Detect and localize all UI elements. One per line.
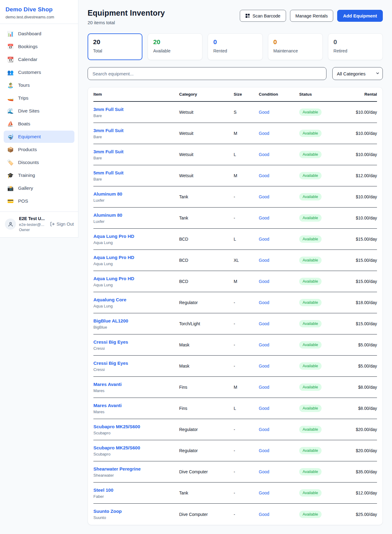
condition-link[interactable]: Good <box>259 342 269 347</box>
item-link[interactable]: 3mm Full Suit <box>93 149 123 154</box>
sidebar-item-calendar[interactable]: 📆Calendar <box>4 53 74 66</box>
sidebar-item-label: POS <box>18 198 28 204</box>
item-link[interactable]: 5mm Full Suit <box>93 170 123 175</box>
table-row: Aluminum 80Luxfer Tank - Good Available … <box>93 208 377 229</box>
avatar <box>5 219 16 230</box>
item-link[interactable]: BigBlue AL1200 <box>93 318 128 323</box>
condition-link[interactable]: Good <box>259 258 269 263</box>
condition-link[interactable]: Good <box>259 364 269 368</box>
item-link[interactable]: Steel 100 <box>93 487 113 493</box>
item-link[interactable]: Scubapro MK25/S600 <box>93 445 140 450</box>
diving-mask-icon: 🤿 <box>7 134 14 139</box>
condition-link[interactable]: Good <box>259 490 269 495</box>
rental-price: $25.00/day <box>348 512 377 517</box>
stat-card-maintenance[interactable]: 0 Maintenance <box>268 33 323 60</box>
condition-link[interactable]: Good <box>259 279 269 284</box>
item-link[interactable]: Aqua Lung Pro HD <box>93 276 134 281</box>
stat-card-retired[interactable]: 0 Retired <box>328 33 383 60</box>
item-category: Wetsuit <box>179 131 234 136</box>
condition-link[interactable]: Good <box>259 216 269 220</box>
condition-link[interactable]: Good <box>259 194 269 199</box>
scan-barcode-button[interactable]: Scan Barcode <box>240 10 286 22</box>
item-link[interactable]: Aqua Lung Pro HD <box>93 255 134 260</box>
condition-link[interactable]: Good <box>259 385 269 390</box>
condition-link[interactable]: Good <box>259 300 269 305</box>
add-equipment-button[interactable]: Add Equipment <box>337 10 383 22</box>
sidebar-item-gallery[interactable]: 📸Gallery <box>4 182 74 194</box>
status-badge: Available <box>299 151 322 158</box>
item-link[interactable]: 3mm Full Suit <box>93 107 123 112</box>
manage-rentals-button[interactable]: Manage Rentals <box>290 10 334 22</box>
item-link[interactable]: Cressi Big Eyes <box>93 339 128 345</box>
sign-out-button[interactable]: Sign Out <box>50 222 74 227</box>
condition-link[interactable]: Good <box>259 321 269 326</box>
sidebar-item-label: Customers <box>18 70 41 75</box>
status-badge: Available <box>299 299 322 306</box>
rental-price: $20.00/day <box>348 427 377 432</box>
condition-link[interactable]: Good <box>259 448 269 453</box>
sidebar-item-dive-sites[interactable]: 🌊Dive Sites <box>4 105 74 117</box>
sidebar-item-discounts[interactable]: 🏷️Discounts <box>4 156 74 169</box>
item-link[interactable]: Cressi Big Eyes <box>93 360 128 366</box>
sidebar-item-customers[interactable]: 👥Customers <box>4 66 74 78</box>
stat-card-rented[interactable]: 0 Rented <box>208 33 262 60</box>
item-link[interactable]: Aluminum 80 <box>93 191 122 196</box>
user-email: e2e-tester@... <box>19 222 45 227</box>
condition-link[interactable]: Good <box>259 237 269 242</box>
sidebar-item-pos[interactable]: 💳POS <box>4 195 74 207</box>
item-category: BCD <box>179 237 234 242</box>
item-category: Tank <box>179 216 234 220</box>
item-size: XL <box>234 258 259 263</box>
item-link[interactable]: Aqualung Core <box>93 297 126 302</box>
status-badge: Available <box>299 172 322 179</box>
sidebar-item-products[interactable]: 📦Products <box>4 143 74 156</box>
item-brand: Shearwater <box>93 473 179 478</box>
sidebar-item-label: Bookings <box>18 44 38 49</box>
table-row: 3mm Full SuitBare Wetsuit S Good Availab… <box>93 102 377 123</box>
condition-link[interactable]: Good <box>259 512 269 517</box>
stat-value: 0 <box>334 38 377 46</box>
status-badge: Available <box>299 257 322 264</box>
sidebar-item-dashboard[interactable]: 📊Dashboard <box>4 28 74 40</box>
search-input[interactable] <box>88 67 326 80</box>
status-badge: Available <box>299 362 322 370</box>
manage-rentals-label: Manage Rentals <box>296 13 328 18</box>
condition-link[interactable]: Good <box>259 427 269 432</box>
item-link[interactable]: Shearwater Peregrine <box>93 466 141 471</box>
item-link[interactable]: Mares Avanti <box>93 382 122 387</box>
item-category: Regulator <box>179 448 234 453</box>
sidebar-item-label: Training <box>18 173 35 178</box>
item-link[interactable]: 3mm Full Suit <box>93 128 123 133</box>
stat-value: 20 <box>93 38 137 46</box>
rental-price: $10.00/day <box>348 194 377 199</box>
sidebar-item-training[interactable]: 🎓Training <box>4 169 74 181</box>
condition-link[interactable]: Good <box>259 406 269 411</box>
stat-card-total[interactable]: 20 Total <box>88 33 142 60</box>
item-link[interactable]: Scubapro MK25/S600 <box>93 424 140 429</box>
sidebar-item-equipment[interactable]: 🤿Equipment <box>4 131 74 143</box>
condition-link[interactable]: Good <box>259 173 269 178</box>
item-link[interactable]: Suunto Zoop <box>93 509 122 514</box>
stat-value: 20 <box>153 38 197 46</box>
sidebar-item-bookings[interactable]: 📅Bookings <box>4 40 74 53</box>
condition-link[interactable]: Good <box>259 152 269 157</box>
rental-price: $5.00/day <box>348 342 377 347</box>
status-badge: Available <box>299 489 322 497</box>
table-row: Suunto ZoopSuunto Dive Computer - Good A… <box>93 504 377 525</box>
item-size: S <box>234 110 259 115</box>
condition-link[interactable]: Good <box>259 469 269 474</box>
sidebar-item-trips[interactable]: 🚤Trips <box>4 92 74 104</box>
item-link[interactable]: Mares Avanti <box>93 403 122 408</box>
table-row: Mares AvantiMares Fins L Good Available … <box>93 398 377 419</box>
tag-icon: 🏷️ <box>7 160 14 165</box>
item-category: BCD <box>179 279 234 284</box>
stat-card-available[interactable]: 20 Available <box>148 33 202 60</box>
sidebar-item-tours[interactable]: 🏝️Tours <box>4 79 74 91</box>
condition-link[interactable]: Good <box>259 110 269 115</box>
sidebar-item-boats[interactable]: ⛵Boats <box>4 118 74 130</box>
condition-link[interactable]: Good <box>259 131 269 136</box>
item-link[interactable]: Aluminum 80 <box>93 212 122 218</box>
category-select[interactable]: All Categories <box>332 67 383 80</box>
item-link[interactable]: Aqua Lung Pro HD <box>93 234 134 239</box>
column-header-size: Size <box>234 92 259 97</box>
